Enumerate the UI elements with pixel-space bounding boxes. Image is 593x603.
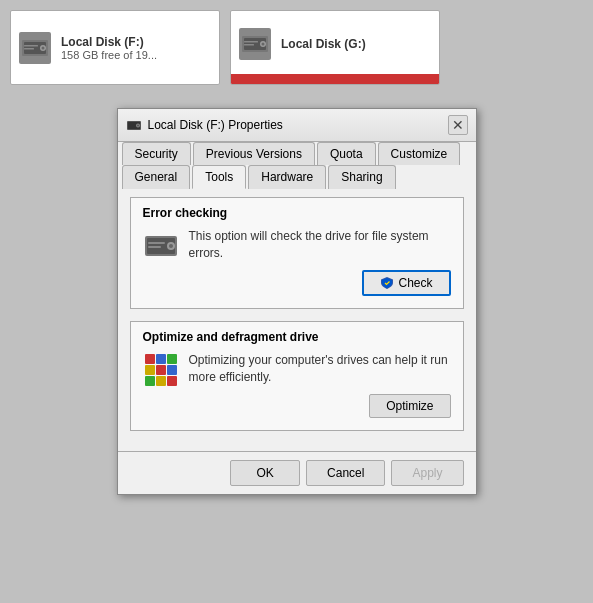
tab-row-2: General Tools Hardware Sharing	[122, 165, 472, 189]
dialog-content: Error checking Th	[118, 189, 476, 450]
tab-security[interactable]: Security	[122, 142, 191, 165]
svg-rect-23	[156, 354, 166, 364]
svg-rect-29	[156, 376, 166, 386]
error-checking-description: This option will check the drive for fil…	[189, 228, 451, 262]
dialog-title-text: Local Disk (F:) Properties	[148, 118, 442, 132]
check-button-label: Check	[398, 276, 432, 290]
tab-row-1: Security Previous Versions Quota Customi…	[122, 142, 472, 165]
optimize-icon	[143, 352, 179, 388]
svg-rect-25	[145, 365, 155, 375]
dialog-footer: OK Cancel Apply	[118, 451, 476, 494]
apply-button[interactable]: Apply	[391, 460, 463, 486]
svg-rect-27	[167, 365, 177, 375]
cancel-button[interactable]: Cancel	[306, 460, 385, 486]
tab-bar: Security Previous Versions Quota Customi…	[118, 142, 476, 189]
svg-rect-21	[148, 246, 161, 248]
svg-point-19	[169, 244, 173, 248]
optimize-row: Optimizing your computer's drives can he…	[143, 352, 451, 418]
optimize-section: Optimize and defragment drive	[130, 321, 464, 431]
error-checking-section: Error checking Th	[130, 197, 464, 309]
properties-dialog: Local Disk (F:) Properties ✕ Security Pr…	[117, 108, 477, 494]
tab-previous-versions[interactable]: Previous Versions	[193, 142, 315, 165]
error-checking-btn-area: Check	[189, 270, 451, 296]
error-checking-content: This option will check the drive for fil…	[189, 228, 451, 296]
error-checking-title: Error checking	[143, 206, 451, 220]
svg-rect-30	[167, 376, 177, 386]
svg-rect-26	[156, 365, 166, 375]
optimize-description: Optimizing your computer's drives can he…	[189, 352, 451, 386]
optimize-button[interactable]: Optimize	[369, 394, 450, 418]
error-checking-row: This option will check the drive for fil…	[143, 228, 451, 296]
optimize-content: Optimizing your computer's drives can he…	[189, 352, 451, 418]
optimize-btn-area: Optimize	[189, 394, 451, 418]
ok-button[interactable]: OK	[230, 460, 300, 486]
svg-rect-20	[148, 242, 165, 244]
svg-rect-24	[167, 354, 177, 364]
svg-rect-28	[145, 376, 155, 386]
tab-general[interactable]: General	[122, 165, 191, 189]
tab-sharing[interactable]: Sharing	[328, 165, 395, 189]
tab-customize[interactable]: Customize	[378, 142, 461, 165]
dialog-title-bar: Local Disk (F:) Properties ✕	[118, 109, 476, 142]
dialog-title-icon	[126, 117, 142, 133]
svg-rect-22	[145, 354, 155, 364]
svg-point-15	[137, 125, 139, 127]
optimize-title: Optimize and defragment drive	[143, 330, 451, 344]
error-checking-icon	[143, 228, 179, 264]
tab-quota[interactable]: Quota	[317, 142, 376, 165]
modal-overlay: Local Disk (F:) Properties ✕ Security Pr…	[0, 0, 593, 603]
check-button[interactable]: Check	[362, 270, 450, 296]
close-button[interactable]: ✕	[448, 115, 468, 135]
tab-tools[interactable]: Tools	[192, 165, 246, 189]
tab-hardware[interactable]: Hardware	[248, 165, 326, 189]
